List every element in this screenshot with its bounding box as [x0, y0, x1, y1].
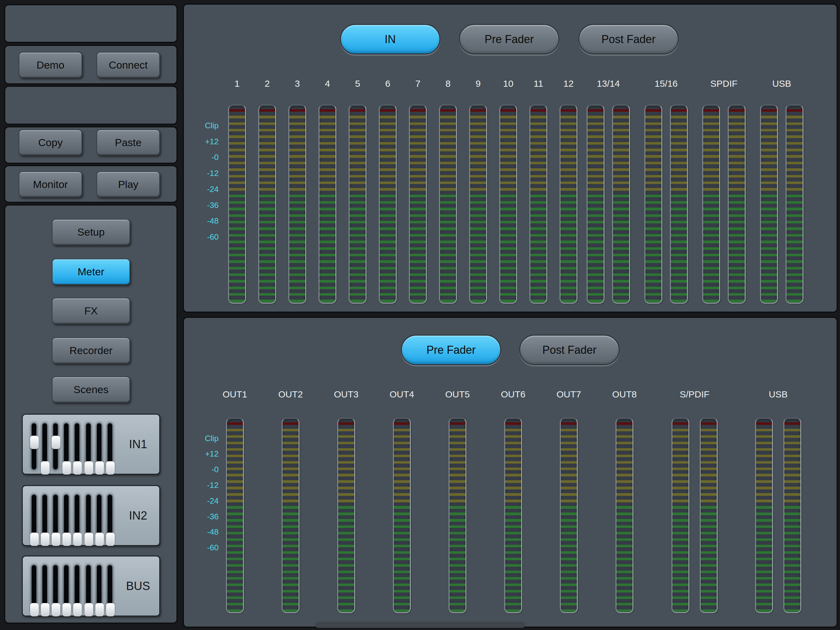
meter-segment [319, 158, 335, 165]
mode-button-pre-fader[interactable]: Pre Fader [401, 335, 501, 365]
meter-segment [645, 224, 662, 230]
meter-segment [229, 178, 245, 184]
meter-segment [470, 224, 486, 230]
nav-button-recorder[interactable]: Recorder [52, 337, 130, 364]
meter-segment [613, 125, 629, 131]
meter-segment [673, 554, 688, 560]
play-button[interactable]: Play [96, 171, 160, 197]
meter-segment [761, 204, 777, 211]
meter-segment [229, 119, 245, 125]
meter-segment [440, 184, 456, 191]
mode-button-post-fader[interactable]: Post Fader [519, 335, 619, 365]
fader-knob [51, 435, 61, 449]
meter-segment [673, 580, 688, 586]
meter-segment [613, 283, 629, 290]
nav-button-fx[interactable]: FX [52, 298, 130, 324]
fader-bank-in1[interactable]: IN1 [22, 414, 160, 475]
mode-button-in[interactable]: IN [340, 24, 440, 54]
meter-segment [350, 217, 366, 224]
meter-segment [505, 522, 521, 529]
meter-segment [645, 276, 662, 283]
mode-button-pre-fader[interactable]: Pre Fader [459, 24, 559, 54]
monitor-button[interactable]: Monitor [19, 171, 82, 197]
meter-segment [756, 464, 772, 470]
meter-segment [289, 138, 305, 145]
paste-button[interactable]: Paste [96, 130, 160, 155]
meter-segment [786, 204, 802, 211]
nav-button-scenes[interactable]: Scenes [52, 377, 130, 403]
meter-segment [616, 599, 632, 606]
meter-segment [450, 419, 466, 425]
meter-segment [500, 112, 516, 119]
meter-segment [786, 158, 802, 165]
meter-segment [701, 432, 717, 438]
meter-segment [470, 217, 486, 224]
demo-button[interactable]: Demo [19, 52, 82, 78]
meter-segment [671, 171, 687, 178]
meter-segment [229, 165, 245, 171]
nav-button-setup[interactable]: Setup [52, 219, 130, 245]
meter-segment [500, 125, 516, 131]
meter-segment [701, 419, 717, 425]
meter-segment [587, 290, 603, 296]
connect-button[interactable]: Connect [96, 52, 160, 78]
meter-segment [703, 290, 719, 296]
meter-segment [440, 165, 456, 171]
channel-label: OUT8 [612, 389, 637, 400]
meter-segment [289, 165, 305, 171]
meter-segment [227, 432, 243, 438]
fader-bank-bus[interactable]: BUS [22, 556, 160, 616]
meter-segment [283, 528, 298, 535]
meter-segment [338, 432, 354, 438]
meter-segment [701, 580, 717, 586]
meter-segment [561, 483, 577, 490]
home-indicator[interactable] [315, 622, 525, 628]
meter-segment [701, 438, 717, 445]
meter-segment [671, 270, 687, 276]
mode-button-post-fader[interactable]: Post Fader [578, 24, 679, 54]
meter-segment [561, 522, 577, 529]
meter-segment [450, 580, 466, 586]
meter-segment [613, 119, 629, 125]
meter-segment [786, 145, 802, 151]
meter-segment [671, 211, 687, 217]
meter-segment [671, 184, 687, 191]
meter-segment [561, 490, 577, 496]
meter-segment [613, 158, 629, 165]
copy-button[interactable]: Copy [19, 130, 82, 155]
meter-segment [350, 244, 366, 250]
meter-segment [671, 158, 687, 165]
meter-segment [671, 256, 687, 263]
nav-button-meter[interactable]: Meter [52, 259, 130, 285]
level-meter [258, 104, 276, 304]
meter-segment [227, 509, 243, 516]
meter-segment [703, 184, 719, 191]
meter-segment [500, 276, 516, 283]
fader-knob [106, 532, 115, 546]
meter-segment [450, 445, 466, 451]
meter-segment [756, 567, 772, 573]
meter-segment [616, 580, 632, 586]
meter-segment [784, 548, 801, 554]
meter-segment [561, 198, 576, 204]
meter-segment [440, 244, 456, 250]
meter-segment [410, 263, 426, 270]
meter-segment [616, 522, 632, 529]
meter-segment [338, 477, 354, 483]
meter-scale-label: -48 [189, 216, 219, 226]
meter-segment [756, 593, 772, 599]
meter-segment [470, 106, 486, 112]
meter-segment [470, 152, 486, 158]
meter-segment [561, 567, 577, 573]
meter-segment [761, 171, 777, 178]
meter-segment [380, 270, 396, 276]
meter-segment [338, 522, 354, 529]
meter-segment [729, 106, 745, 112]
fader-bank-in2[interactable]: IN2 [22, 485, 160, 546]
meter-segment [505, 567, 521, 573]
channel-label: OUT4 [390, 389, 414, 400]
meter-segment [616, 496, 632, 503]
level-meter [393, 418, 411, 613]
meter-segment [505, 483, 521, 490]
meter-segment [440, 263, 456, 270]
